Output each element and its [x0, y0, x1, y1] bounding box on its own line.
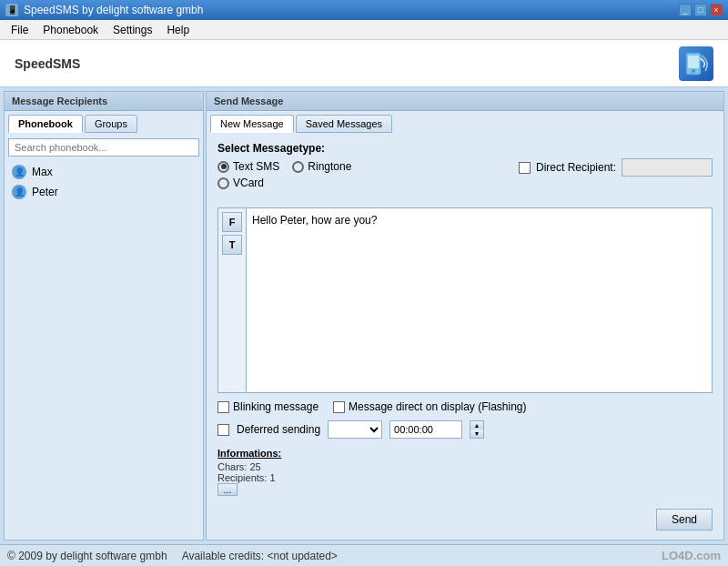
contact-name-max: Max — [32, 166, 53, 178]
radio-circle-vcard — [217, 177, 229, 189]
radio-row-2: VCard — [217, 177, 351, 189]
status-bar: © 2009 by delight software gmbh Availabl… — [0, 544, 728, 566]
direct-display-label: Message direct on display (Flashing) — [349, 400, 526, 413]
left-panel-header: Message Recipients — [5, 92, 203, 111]
app-title: SpeedSMS — [15, 56, 80, 71]
recipients-info: Recipients: 1 — [217, 472, 713, 483]
menu-bar: File Phonebook Settings Help — [0, 20, 728, 40]
blinking-label: Blinking message — [233, 400, 318, 413]
direct-recipient-area: Direct Recipient: — [519, 158, 713, 177]
app-icon: 📱 — [5, 4, 18, 16]
contact-icon-max: 👤 — [12, 165, 26, 179]
time-spin-down[interactable]: ▼ — [470, 430, 483, 438]
menu-help[interactable]: Help — [159, 22, 197, 38]
send-content: Select Messagetype: Text SMS Ringtone — [207, 133, 723, 540]
select-messagetype-label: Select Messagetype: — [217, 142, 325, 155]
menu-file[interactable]: File — [4, 22, 35, 38]
radio-circle-text-sms — [217, 161, 229, 173]
tab-new-message[interactable]: New Message — [210, 115, 294, 133]
chars-info: Chars: 25 — [217, 461, 713, 472]
radio-label-vcard: VCard — [233, 177, 264, 189]
minimize-button[interactable]: _ — [679, 4, 692, 16]
blinking-checkbox-box — [217, 401, 229, 413]
contact-item-peter[interactable]: 👤 Peter — [5, 182, 203, 202]
radio-circle-ringtone — [292, 161, 304, 173]
deferred-select[interactable] — [328, 420, 382, 439]
copyright-text: © 2009 by delight software gmbh — [7, 550, 167, 562]
phonebook-tabs: Phonebook Groups — [5, 111, 203, 133]
direct-recipient-label: Direct Recipient: — [536, 161, 616, 174]
title-bar: 📱 SpeedSMS by delight software gmbh _ □ … — [0, 0, 728, 20]
format-btn-f[interactable]: F — [222, 212, 242, 232]
app-header: SpeedSMS — [0, 40, 728, 87]
tab-saved-messages[interactable]: Saved Messages — [296, 115, 392, 133]
right-panel: Send Message New Message Saved Messages … — [206, 91, 724, 541]
radio-vcard[interactable]: VCard — [217, 177, 264, 189]
direct-recipient-input[interactable] — [622, 158, 713, 177]
message-type-row: Select Messagetype: Text SMS Ringtone — [217, 142, 713, 193]
send-button[interactable]: Send — [656, 509, 713, 531]
checkboxes-row: Blinking message Message direct on displ… — [217, 400, 713, 413]
maximize-button[interactable]: □ — [694, 4, 707, 16]
message-direct-checkbox[interactable]: Message direct on display (Flashing) — [333, 400, 526, 413]
radio-row-1: Text SMS Ringtone — [217, 160, 351, 173]
informations-title: Informations: — [217, 448, 713, 459]
search-input[interactable] — [8, 138, 199, 157]
send-panel-header: Send Message — [207, 92, 723, 111]
direct-recipient-checkbox[interactable] — [519, 162, 531, 174]
window-controls[interactable]: _ □ × — [679, 4, 723, 16]
deferred-row: Deferred sending ▲ ▼ — [217, 420, 713, 439]
contact-name-peter: Peter — [32, 186, 58, 198]
message-area-container: F T Hello Peter, how are you? — [217, 207, 713, 393]
contact-list: 👤 Max 👤 Peter — [5, 162, 203, 540]
blinking-message-checkbox[interactable]: Blinking message — [217, 400, 318, 413]
send-tabs: New Message Saved Messages — [207, 111, 723, 133]
main-content: Message Recipients Phonebook Groups 👤 Ma… — [0, 87, 728, 544]
radio-ringtone[interactable]: Ringtone — [292, 160, 351, 173]
more-button[interactable]: ... — [217, 483, 238, 496]
credits-text: Available credits: <not updated> — [182, 550, 338, 562]
deferred-label: Deferred sending — [237, 423, 320, 436]
format-btn-t[interactable]: T — [222, 235, 242, 255]
contact-icon-peter: 👤 — [12, 185, 26, 199]
info-section: Informations: Chars: 25 Recipients: 1 ..… — [217, 448, 713, 501]
tab-phonebook[interactable]: Phonebook — [8, 115, 83, 133]
left-panel: Message Recipients Phonebook Groups 👤 Ma… — [4, 91, 204, 541]
search-box — [8, 138, 199, 157]
tab-groups[interactable]: Groups — [85, 115, 137, 133]
radio-text-sms[interactable]: Text SMS — [217, 160, 279, 173]
radio-label-text-sms: Text SMS — [233, 160, 279, 173]
send-row: Send — [217, 509, 713, 531]
contact-item-max[interactable]: 👤 Max — [5, 162, 203, 182]
menu-settings[interactable]: Settings — [106, 22, 159, 38]
direct-checkbox-box — [333, 401, 345, 413]
close-button[interactable]: × — [710, 4, 723, 16]
deferred-checkbox[interactable] — [217, 424, 229, 436]
radio-label-ringtone: Ringtone — [308, 160, 351, 173]
time-spin-up[interactable]: ▲ — [470, 421, 483, 430]
title-bar-text: SpeedSMS by delight software gmbh — [24, 4, 203, 16]
time-input[interactable] — [389, 420, 462, 439]
app-logo — [679, 46, 713, 81]
lo4d-watermark: LO4D.com — [662, 549, 721, 562]
message-textarea[interactable]: Hello Peter, how are you? — [247, 208, 712, 392]
svg-rect-1 — [688, 56, 699, 68]
menu-phonebook[interactable]: Phonebook — [35, 22, 106, 38]
svg-point-2 — [692, 69, 695, 73]
time-spinner: ▲ ▼ — [470, 420, 484, 439]
format-buttons: F T — [218, 208, 247, 392]
